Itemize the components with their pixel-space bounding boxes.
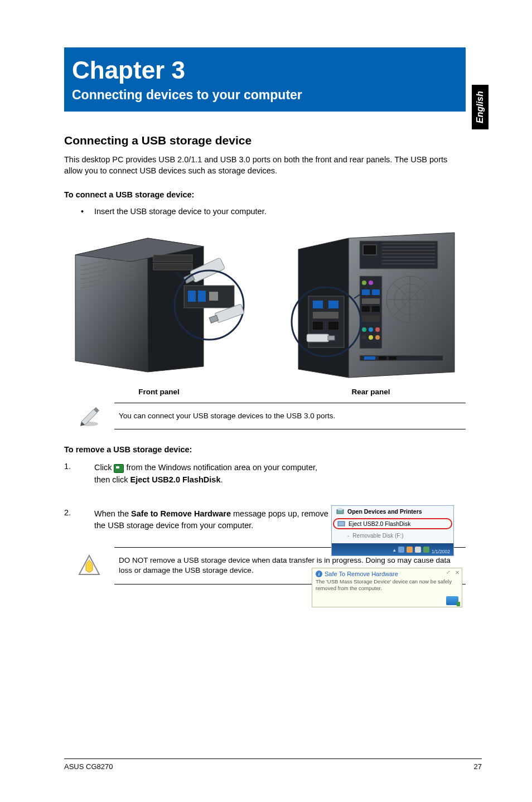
chapter-subtitle: Connecting devices to your computer xyxy=(72,88,454,103)
pin-icon[interactable]: ⤢ xyxy=(446,569,451,575)
svg-point-41 xyxy=(362,327,366,332)
svg-rect-74 xyxy=(338,508,342,510)
tray-usb-icon xyxy=(114,464,124,473)
close-icon[interactable]: ✕ xyxy=(455,569,460,576)
open-devices-row[interactable]: Open Devices and Printers xyxy=(332,506,453,517)
svg-rect-24 xyxy=(363,245,376,255)
note-usb3-text: You can connect your USB storage devices… xyxy=(114,403,466,430)
connect-heading: To connect a USB storage device: xyxy=(64,190,482,199)
eject-label: Eject USB2.0 FlashDisk xyxy=(349,520,410,527)
note-usb3: You can connect your USB storage devices… xyxy=(64,403,466,430)
open-devices-label: Open Devices and Printers xyxy=(347,508,422,515)
svg-rect-40 xyxy=(362,315,380,322)
step-2: 2. When the Safe to Remove Hardware mess… xyxy=(64,508,332,532)
front-panel-illustration xyxy=(64,227,254,383)
svg-rect-35 xyxy=(362,289,370,295)
svg-rect-63 xyxy=(313,312,338,318)
footer-model: ASUS CG8270 xyxy=(64,762,113,771)
front-panel-figure: Front panel xyxy=(64,227,254,396)
svg-rect-3 xyxy=(153,255,192,262)
svg-rect-16 xyxy=(188,291,196,302)
svg-point-44 xyxy=(362,335,366,340)
svg-rect-73 xyxy=(337,510,344,514)
tray-icon-4[interactable] xyxy=(423,547,429,553)
step-1: 1. Click from the Windows notification a… xyxy=(64,462,332,485)
info-icon: i xyxy=(316,571,322,577)
svg-point-46 xyxy=(375,335,380,340)
step-2-text: When the Safe to Remove Hardware message… xyxy=(94,508,332,532)
tray-icon-2[interactable] xyxy=(407,547,413,553)
svg-point-45 xyxy=(369,335,373,340)
balloon-title: Safe To Remove Hardware xyxy=(325,571,398,577)
safe-remove-balloon: ⤢ ✕ i Safe To Remove Hardware The 'USB M… xyxy=(312,568,462,607)
tray-icon-1[interactable] xyxy=(398,547,404,553)
svg-rect-37 xyxy=(362,298,380,304)
svg-rect-57 xyxy=(389,356,396,360)
svg-rect-66 xyxy=(307,334,329,342)
svg-rect-55 xyxy=(364,356,375,360)
svg-point-34 xyxy=(369,281,373,285)
svg-rect-62 xyxy=(328,301,338,308)
svg-point-33 xyxy=(362,281,366,285)
printer-icon xyxy=(336,508,344,515)
footer-page-number: 27 xyxy=(474,762,482,771)
eject-row[interactable]: Eject USB2.0 FlashDisk xyxy=(333,518,452,529)
rear-panel-illustration xyxy=(276,227,466,383)
svg-point-43 xyxy=(375,327,380,332)
chapter-header: Chapter 3 Connecting devices to your com… xyxy=(64,47,466,112)
balloon-message: The 'USB Mass Storage Device' device can… xyxy=(316,578,458,592)
warning-icon xyxy=(77,553,101,578)
connect-bullet-text: Insert the USB storage device to your co… xyxy=(94,207,267,216)
section-heading: Connecting a USB storage device xyxy=(64,134,482,147)
tray-up-icon[interactable]: ▴ xyxy=(393,547,396,553)
svg-rect-65 xyxy=(328,322,338,330)
tray-icon-3[interactable] xyxy=(415,547,421,553)
rear-panel-figure: Rear panel xyxy=(276,227,466,396)
removable-disk-label: Removable Disk (F:) xyxy=(352,533,403,539)
bullet-dot: • xyxy=(81,207,94,216)
svg-rect-56 xyxy=(379,356,386,360)
svg-rect-4 xyxy=(153,263,192,270)
removable-disk-row[interactable]: - Removable Disk (F:) xyxy=(332,530,453,541)
language-tab: English xyxy=(472,85,489,129)
svg-rect-38 xyxy=(362,306,370,312)
tray-clock[interactable]: 1/1/2002 xyxy=(432,545,450,554)
drive-icon xyxy=(337,520,345,527)
remove-heading: To remove a USB storage device: xyxy=(64,445,482,454)
svg-rect-18 xyxy=(209,292,218,301)
taskbar: ▴ 1/1/2002 xyxy=(332,543,453,555)
rear-panel-caption: Rear panel xyxy=(351,388,390,396)
connect-bullet-row: • Insert the USB storage device to your … xyxy=(64,207,482,216)
panel-figures: Front panel xyxy=(64,227,466,396)
svg-rect-75 xyxy=(338,521,345,526)
step-1-text: Click from the Windows notification area… xyxy=(94,462,332,485)
svg-rect-36 xyxy=(372,289,380,295)
svg-rect-61 xyxy=(313,301,323,308)
balloon-taskbar xyxy=(316,596,458,606)
svg-rect-67 xyxy=(328,336,335,340)
intro-paragraph: This desktop PC provides USB 2.0/1.1 and… xyxy=(64,154,466,177)
svg-rect-20 xyxy=(209,315,219,323)
pencil-icon xyxy=(77,405,101,427)
svg-point-42 xyxy=(369,327,373,332)
step-number-1: 1. xyxy=(64,462,94,485)
svg-rect-17 xyxy=(198,291,206,302)
page-footer: ASUS CG8270 27 xyxy=(64,758,482,771)
tray-usb-large-icon[interactable] xyxy=(446,596,458,605)
eject-popup: Open Devices and Printers Eject USB2.0 F… xyxy=(331,505,454,556)
balloon-title-row: i Safe To Remove Hardware xyxy=(316,571,458,577)
svg-rect-39 xyxy=(372,306,380,312)
svg-rect-64 xyxy=(313,322,323,330)
step-number-2: 2. xyxy=(64,508,94,532)
chapter-title: Chapter 3 xyxy=(72,56,454,84)
front-panel-caption: Front panel xyxy=(138,388,180,396)
